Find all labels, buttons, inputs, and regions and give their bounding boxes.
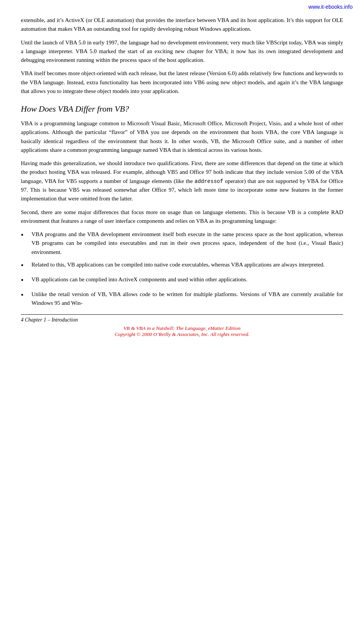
bullet-text-1: VBA programs and the VBA development env… xyxy=(31,230,343,257)
bullet-list: • VBA programs and the VBA development e… xyxy=(21,230,343,307)
paragraph-6: Second, there are some major differences… xyxy=(21,208,343,226)
bullet-dot-3: • xyxy=(21,274,28,286)
section-heading: How Does VBA Differ from VB? xyxy=(21,104,343,114)
footer-center: VB & VBA in a Nutshell: The Language, eM… xyxy=(21,325,343,337)
bullet-text-4: Unlike the retail version of VB, VBA all… xyxy=(31,290,343,308)
list-item: • VBA programs and the VBA development e… xyxy=(21,230,343,257)
site-link[interactable]: www.it-ebooks.info xyxy=(308,4,353,10)
para5-code: addressof xyxy=(195,178,223,184)
bullet-text-2: Related to this, VB applications can be … xyxy=(31,260,343,269)
bullet-dot-4: • xyxy=(21,289,28,301)
paragraph-2: Until the launch of VBA 5.0 in early 199… xyxy=(21,38,343,65)
bullet-dot-2: • xyxy=(21,260,28,271)
footer-left: 4 Chapter 1 – Introduction xyxy=(21,317,343,323)
list-item: • VB applications can be complied into A… xyxy=(21,275,343,286)
top-link-area: www.it-ebooks.info xyxy=(0,0,364,12)
para2-text: Until the launch of VBA 5.0 in early 199… xyxy=(21,39,343,63)
footer-line-1: VB & VBA in a Nutshell: The Language, eM… xyxy=(21,325,343,331)
bullet-text-3: VB applications can be complied into Act… xyxy=(31,275,343,284)
list-item: • Unlike the retail version of VB, VBA a… xyxy=(21,290,343,308)
footer-line-2: Copyright © 2000 O’Reilly & Associates, … xyxy=(21,331,343,337)
footer-divider xyxy=(21,314,343,315)
paragraph-4: VBA is a programming language common to … xyxy=(21,119,343,154)
page-container: www.it-ebooks.info extensible, and it’s … xyxy=(0,0,364,618)
list-item: • Related to this, VB applications can b… xyxy=(21,260,343,271)
paragraph-1: extensible, and it’s ActiveX (or OLE aut… xyxy=(21,16,343,34)
paragraph-3: VBA itself becomes more object-oriented … xyxy=(21,69,343,96)
content-area: extensible, and it’s ActiveX (or OLE aut… xyxy=(0,12,364,345)
bullet-dot-1: • xyxy=(21,229,28,241)
paragraph-5: Having made this generalization, we shou… xyxy=(21,159,343,203)
